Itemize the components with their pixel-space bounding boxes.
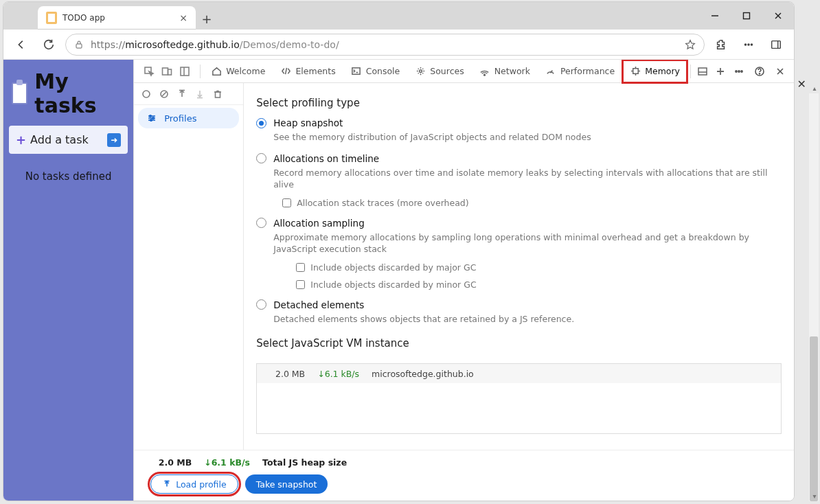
vm-heading: Select JavaScript VM instance [256, 337, 782, 350]
load-profile-button[interactable]: Load profile [150, 474, 238, 494]
check-stack-traces[interactable] [282, 198, 291, 207]
option-allocation-timeline[interactable]: Allocations on timeline Record memory al… [256, 153, 782, 208]
more-icon[interactable] [738, 34, 760, 56]
window-close-button[interactable] [762, 2, 794, 30]
svg-rect-4 [76, 44, 82, 48]
url-text: https://microsoftedge.github.io/Demos/de… [91, 39, 339, 50]
devtools-panel: Welcome Elements Console Sources Network… [133, 60, 794, 501]
memory-toolbar [134, 83, 243, 105]
check-major-gc[interactable] [296, 263, 305, 272]
download-icon[interactable] [192, 86, 208, 102]
tab-favicon-icon [46, 12, 57, 24]
option-heap-snapshot[interactable]: Heap snapshot See the memory distributio… [256, 117, 782, 144]
submit-task-icon[interactable]: ➜ [107, 133, 121, 147]
favorite-icon[interactable] [685, 39, 696, 50]
tab-close-icon[interactable]: × [179, 12, 187, 23]
profiling-type-heading: Select profiling type [256, 97, 782, 109]
option-detached-elements[interactable]: Detached elements Detached elements show… [256, 299, 782, 325]
vm-size: 2.0 MB [266, 369, 305, 379]
drawer-toggle-icon[interactable] [694, 66, 711, 77]
new-tab-button[interactable]: + [196, 8, 218, 30]
page-heading: My tasks [9, 65, 128, 126]
svg-line-25 [422, 73, 423, 73]
svg-line-48 [162, 92, 166, 96]
svg-rect-13 [168, 69, 172, 75]
browser-tab[interactable]: TODO app × [38, 6, 196, 30]
extensions-icon[interactable] [710, 34, 732, 56]
dock-side-icon[interactable] [176, 63, 193, 80]
webpage-viewport: My tasks + Add a task ➜ No tasks defined [3, 60, 133, 501]
overlay-close-icon[interactable]: ✕ [797, 78, 806, 91]
svg-rect-30 [633, 69, 638, 74]
vm-instance-row[interactable]: 2.0 MB ↓6.1 kB/s microsoftedge.github.io [257, 364, 781, 383]
window-tabstrip: TODO app × + [3, 2, 794, 30]
svg-point-39 [736, 70, 737, 71]
help-icon[interactable] [750, 62, 769, 81]
svg-rect-17 [352, 68, 360, 74]
back-button[interactable] [10, 34, 32, 56]
svg-point-40 [738, 70, 740, 71]
outer-scrollbar[interactable] [809, 93, 819, 501]
memory-footer: 2.0 MB ↓6.1 kB/s Total JS heap size Load… [134, 450, 794, 501]
tab-title: TODO app [62, 13, 105, 23]
upload-icon [162, 479, 172, 489]
tab-network[interactable]: Network [472, 60, 538, 83]
inspect-element-icon[interactable] [141, 63, 157, 80]
svg-line-27 [418, 73, 419, 73]
site-info-icon[interactable] [74, 40, 84, 49]
devtools-tabstrip: Welcome Elements Console Sources Network… [134, 60, 794, 83]
tab-sources[interactable]: Sources [407, 60, 471, 83]
clipboard-icon [12, 82, 27, 104]
scroll-down-arrow[interactable]: ▾ [810, 492, 819, 500]
take-snapshot-button[interactable]: Take snapshot [245, 474, 328, 494]
radio-heap[interactable] [256, 118, 266, 128]
svg-point-19 [419, 70, 422, 73]
radio-detached[interactable] [256, 299, 266, 310]
record-icon[interactable] [138, 86, 155, 102]
tab-memory[interactable]: Memory [622, 60, 687, 83]
address-bar[interactable]: https://microsoftedge.github.io/Demos/de… [65, 34, 705, 56]
sidebar-item-profiles[interactable]: Profiles [138, 108, 239, 128]
tab-performance[interactable]: Performance [538, 60, 622, 83]
window-maximize-button[interactable] [731, 2, 762, 30]
svg-point-7 [748, 43, 749, 45]
scrollbar-thumb[interactable] [810, 336, 818, 501]
svg-point-28 [484, 74, 486, 76]
svg-marker-5 [686, 40, 695, 48]
sliders-icon [146, 113, 157, 124]
upload-icon[interactable] [174, 86, 190, 102]
radio-sampling[interactable] [256, 218, 266, 228]
svg-rect-53 [216, 92, 220, 98]
svg-rect-1 [744, 13, 750, 19]
radio-timeline[interactable] [256, 153, 266, 163]
add-tab-icon[interactable] [711, 66, 729, 77]
svg-rect-35 [698, 68, 707, 75]
check-minor-gc[interactable] [296, 280, 305, 289]
refresh-button[interactable] [38, 34, 60, 56]
vm-instance-list: 2.0 MB ↓6.1 kB/s microsoftedge.github.io [256, 363, 782, 434]
add-task-button[interactable]: + Add a task ➜ [9, 126, 128, 154]
svg-line-26 [422, 69, 423, 69]
memory-sidebar: Profiles [134, 83, 244, 450]
clear-icon[interactable] [156, 86, 172, 102]
memory-main: Select profiling type Heap snapshot See … [244, 83, 794, 450]
trash-icon[interactable] [209, 86, 226, 102]
sidebar-toggle-icon[interactable] [765, 34, 787, 56]
svg-rect-12 [163, 68, 168, 75]
window-minimize-button[interactable] [699, 2, 731, 30]
empty-state-text: No tasks defined [9, 170, 128, 183]
svg-rect-9 [772, 41, 781, 48]
devtools-close-icon[interactable] [771, 62, 790, 81]
option-allocation-sampling[interactable]: Allocation sampling Approximate memory a… [256, 218, 782, 290]
devtools-more-icon[interactable] [729, 62, 749, 81]
total-label: Total JS heap size [262, 457, 347, 468]
tab-elements[interactable]: Elements [273, 60, 343, 83]
svg-point-8 [751, 43, 752, 45]
tab-welcome[interactable]: Welcome [203, 60, 273, 83]
browser-window: TODO app × + https://microsoftedge.githu… [3, 1, 795, 501]
total-size: 2.0 MB [153, 457, 192, 468]
scroll-up-arrow[interactable]: ▴ [810, 84, 819, 92]
tab-console[interactable]: Console [343, 60, 408, 83]
device-toolbar-icon[interactable] [159, 63, 175, 80]
toolbar: https://microsoftedge.github.io/Demos/de… [3, 30, 794, 60]
